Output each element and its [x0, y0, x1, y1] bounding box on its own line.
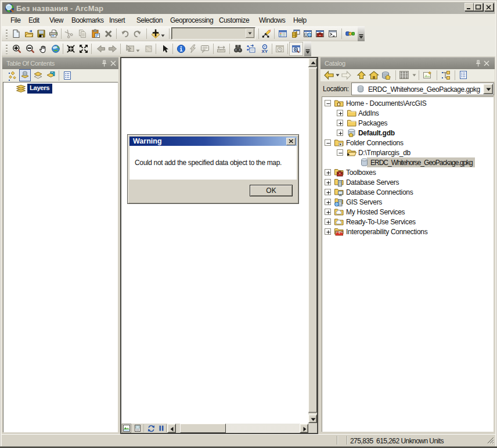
svg-text:XY: XY [262, 49, 268, 53]
